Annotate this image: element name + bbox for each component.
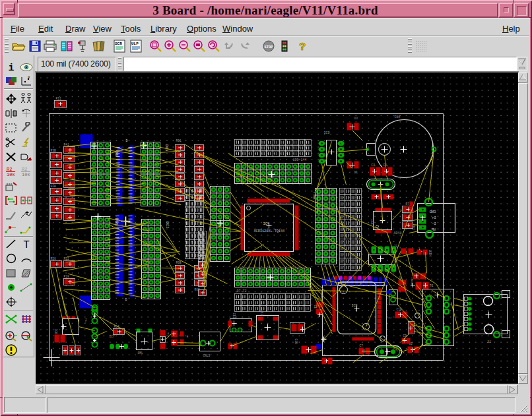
svg-text:i: i <box>8 63 14 73</box>
svg-text:R3B: R3B <box>51 149 56 152</box>
svg-text:8ML: 8ML <box>138 351 143 355</box>
svg-text:D4: D4 <box>167 333 170 336</box>
svg-text:T: T <box>23 239 30 250</box>
svg-text:ULP: ULP <box>131 42 139 46</box>
svg-text:C18: C18 <box>397 308 402 311</box>
svg-text:D+: D+ <box>432 216 436 220</box>
svg-text:R11: R11 <box>56 97 61 100</box>
svg-text:IC7: IC7 <box>110 335 115 338</box>
svg-text:10k: 10k <box>7 172 15 177</box>
svg-text:R2: R2 <box>7 167 12 172</box>
svg-text:IC9: IC9 <box>324 131 330 135</box>
svg-text:C16: C16 <box>294 339 298 344</box>
svg-text:A048: A048 <box>394 231 402 235</box>
svg-text:GND: GND <box>429 210 436 214</box>
svg-text:R18: R18 <box>64 275 69 278</box>
svg-text:C13: C13 <box>232 313 236 318</box>
svg-text:R2: R2 <box>22 167 27 172</box>
svg-text:?: ? <box>299 41 306 53</box>
svg-text:R01: R01 <box>176 139 182 142</box>
svg-text:D: D <box>125 298 127 302</box>
svg-text:M1: M1 <box>186 336 189 339</box>
svg-text:LED02: LED02 <box>411 278 413 286</box>
svg-text:R52: R52 <box>64 257 69 260</box>
svg-text:9: 9 <box>28 76 30 80</box>
svg-text:XCR3128XL-TQ144: XCR3128XL-TQ144 <box>254 229 285 233</box>
svg-text:97-72: 97-72 <box>237 289 247 293</box>
svg-text:R7: R7 <box>406 202 410 206</box>
svg-text:C3: C3 <box>372 163 376 167</box>
svg-text:R6B: R6B <box>176 261 182 264</box>
svg-text:7-65B: 7-65B <box>313 192 316 200</box>
svg-text:C13: C13 <box>260 311 263 316</box>
svg-text:STOP: STOP <box>264 45 273 49</box>
svg-text:D1: D1 <box>354 171 358 174</box>
svg-text:VP: VP <box>432 227 436 232</box>
svg-text:C4: C4 <box>383 163 387 167</box>
svg-text:J1: J1 <box>487 340 492 344</box>
svg-text:SCR: SCR <box>115 42 122 46</box>
svg-text:IC1: IC1 <box>370 220 374 225</box>
svg-text:FB1: FB1 <box>84 318 87 324</box>
svg-text:LED4: LED4 <box>428 250 432 257</box>
svg-text:R56: R56 <box>51 257 56 260</box>
svg-text:100-144: 100-144 <box>293 158 307 162</box>
svg-text:CN18: CN18 <box>165 144 168 152</box>
svg-text:C7: C7 <box>360 344 364 347</box>
svg-text:CN4: CN4 <box>395 115 401 119</box>
svg-text:T2: T2 <box>430 284 434 288</box>
svg-text:CN2: CN2 <box>412 225 415 230</box>
svg-text:R2B: R2B <box>51 185 56 188</box>
svg-text:K2: K2 <box>389 316 392 319</box>
svg-text:C1: C1 <box>314 305 317 309</box>
svg-text:CNL3: CNL3 <box>203 354 211 357</box>
svg-text:D: D <box>126 139 128 143</box>
svg-text:10k: 10k <box>22 172 30 177</box>
svg-text:D-: D- <box>432 222 436 226</box>
svg-text:D3: D3 <box>354 117 358 120</box>
svg-text:IC6: IC6 <box>54 329 57 334</box>
svg-text:R41: R41 <box>64 143 69 146</box>
svg-text:CNI2: CNI2 <box>166 222 169 229</box>
